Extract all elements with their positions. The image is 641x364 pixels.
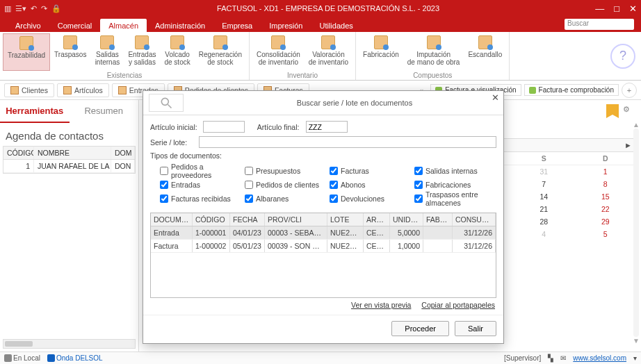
doctype-facturas[interactable]: Facturas [330,163,412,179]
link-preview[interactable]: Ver en vista previa [351,301,411,309]
status-local: En Local [4,354,40,363]
doctype-entradas[interactable]: Entradas [160,181,242,189]
ribbon-valoraci-n-de-inventario[interactable]: Valoraciónde inventario [305,33,352,71]
cal-day[interactable]: 28 [513,215,575,228]
horizontal-scrollbar[interactable] [3,339,136,349]
col-nombre[interactable]: NOMBRE [34,147,111,159]
result-row[interactable]: Factura1-00000205/01/2300039 - SON PERI.… [151,240,496,253]
col-header[interactable]: FECHA [230,213,265,226]
cal-day[interactable]: 7 [513,178,575,190]
doctype-albaranes[interactable]: Albaranes [245,190,327,207]
status-dropdown-icon[interactable]: ▾ [633,354,637,362]
menu-bar: ArchivoComercialAlmacénAdministraciónEmp… [0,17,641,32]
qat-lock-icon[interactable]: 🔒 [51,4,61,13]
vertical-scrollbar[interactable]: ▲▼ [631,121,641,345]
proceed-button[interactable]: Proceder [391,321,449,336]
menu-empresa[interactable]: Empresa [213,19,261,32]
col-header[interactable]: CONSUMO ... [453,213,496,226]
maximize-icon[interactable]: □ [614,3,619,14]
col-header[interactable]: DOCUME... [151,213,193,226]
cal-day[interactable]: 29 [575,215,637,228]
bookmark-icon[interactable] [606,104,619,118]
ribbon-consolidaci-n-de-inventario[interactable]: Consolidaciónde inventario [252,33,305,71]
col-codigo[interactable]: CÓDIGO [3,147,34,159]
settings-icon[interactable]: ⚙ [623,105,635,117]
doctype-pedidos-a-proveedores[interactable]: Pedidos a proveedores [160,163,242,179]
menu-almacén[interactable]: Almacén [100,19,147,32]
close-icon[interactable]: ✕ [629,3,637,14]
doctype-traspasos-entre-almacenes[interactable]: Traspasos entre almacenes [414,190,496,207]
cal-day[interactable]: 4 [513,228,575,240]
ribbon-entradas-y-salidas[interactable]: Entradasy salidas [124,33,160,71]
doctype-abonos[interactable]: Abonos [330,181,412,189]
ribbon-escandallo[interactable]: Escandallo [464,33,506,71]
menu-administración[interactable]: Administración [147,19,213,32]
sec-clientes[interactable]: Clientes [4,83,54,97]
serie-label: Serie / lote: [150,138,193,147]
result-row[interactable]: Entrada1-00000104/01/2300003 - SEBASTIA.… [151,226,496,240]
add-tab-button[interactable]: + [622,83,637,98]
qat-save-icon[interactable]: ▥ [4,4,11,13]
col-header[interactable]: CÓDIGO [193,213,230,226]
ribbon-icon [100,35,114,49]
ribbon-trazabilidad[interactable]: Trazabilidad [3,33,50,71]
ribbon-volcado-de-stock[interactable]: Volcadode stock [160,33,194,71]
link-copy[interactable]: Copiar al portapapeles [421,301,495,309]
col-header[interactable]: ARTÍCULO [364,213,390,226]
menu-archivo[interactable]: Archivo [7,19,49,32]
pill-factura-e-comprobaci-n[interactable]: Factura-e comprobación [524,84,619,96]
col-header[interactable]: FABRI... [423,213,453,226]
cal-day[interactable]: 31 [513,165,575,178]
qat-back-icon[interactable]: ↶ [31,4,37,13]
serie-input[interactable] [199,136,496,148]
doctype-facturas-recibidas[interactable]: Facturas recibidas [160,190,242,207]
svg-line-1 [168,105,172,108]
exit-button[interactable]: Salir [455,321,496,336]
ribbon-imputaci-n-de-mano-de-obra[interactable]: Imputaciónde mano de obra [403,33,464,71]
col-header[interactable]: UNIDA... [390,213,423,226]
art-fin-input[interactable] [306,121,348,133]
cal-day[interactable]: 8 [575,178,637,190]
cal-day[interactable]: 15 [575,190,637,203]
pill-icon [529,87,536,94]
status-mail-icon[interactable]: ✉ [560,354,566,362]
cal-day[interactable]: 14 [513,190,575,203]
status-site-link[interactable]: www.sdelsol.com [573,354,626,362]
cal-day[interactable]: 5 [575,228,637,240]
doctype-presupuestos[interactable]: Presupuestos [245,163,327,179]
doctype-salidas-internas[interactable]: Salidas internas [414,163,496,179]
col-dom[interactable]: DOM [111,147,135,159]
ribbon-group-label: Compuestos [359,71,506,79]
ribbon-icon [478,35,492,49]
minimize-icon[interactable]: — [595,3,604,14]
menu-utilidades[interactable]: Utilidades [311,19,361,32]
status-onda[interactable]: Onda DELSOL [47,354,103,363]
col-header[interactable]: PROV/CLI [265,213,327,226]
contact-row[interactable]: 1 JUAN RAFAEL DE LA VEGA ZA... DON [3,160,135,173]
help-icon[interactable]: ? [610,44,635,69]
cal-day[interactable]: 22 [575,203,637,215]
qat-forward-icon[interactable]: ↷ [41,4,47,13]
status-flag-icon[interactable]: ▚ [548,354,553,362]
doctype-fabricaciones[interactable]: Fabricaciones [414,181,496,189]
menu-comercial[interactable]: Comercial [49,19,101,32]
menu-impresión[interactable]: Impresión [261,19,311,32]
doctype-pedidos-de-clientes[interactable]: Pedidos de clientes [245,181,327,189]
qat-menu-icon[interactable]: ☰▾ [15,4,26,13]
ribbon-regeneraci-n-de-stock[interactable]: Regeneraciónde stock [195,33,246,71]
doctype-devoluciones[interactable]: Devoluciones [330,190,412,207]
cal-day[interactable]: 1 [575,165,637,178]
global-search-input[interactable]: Buscar [565,19,634,30]
ribbon-salidas-internas[interactable]: Salidasinternas [90,33,124,71]
sec-art-culos[interactable]: Artículos [57,83,109,97]
ribbon-group-label: Inventario [252,71,352,79]
col-header[interactable]: LOTE [327,213,364,226]
cal-day[interactable]: 21 [513,203,575,215]
art-ini-input[interactable] [203,121,245,133]
tab-resumen[interactable]: Resumen [70,100,139,123]
ribbon-traspasos[interactable]: Traspasos [50,33,90,71]
tab-herramientas[interactable]: Herramientas [0,100,70,123]
dialog-close-icon[interactable]: ✕ [492,92,499,103]
left-tabs: Herramientas Resumen [0,100,138,123]
ribbon-fabricaci-n[interactable]: Fabricación [359,33,403,71]
